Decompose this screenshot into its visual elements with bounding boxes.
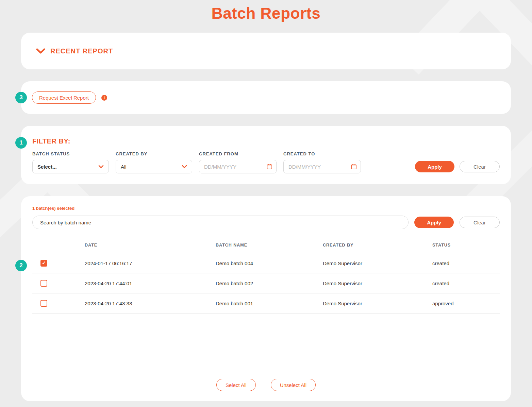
row-created-by: Demo Supervisor xyxy=(323,273,432,293)
row-date: 2024-01-17 06:16:17 xyxy=(85,253,216,273)
row-status: approved xyxy=(432,293,500,313)
select-all-button[interactable]: Select All xyxy=(216,379,256,391)
created-to-input[interactable] xyxy=(288,164,351,170)
row-date: 2023-04-20 17:44:01 xyxy=(85,273,216,293)
created-by-value: All xyxy=(121,164,127,170)
search-apply-button[interactable]: Apply xyxy=(414,217,454,228)
created-to-input-box xyxy=(283,160,361,173)
date-column-header: DATE xyxy=(85,238,216,253)
batch-list-card: 2 1 batch(es) selected Apply Clear DATE … xyxy=(21,196,511,401)
batch-status-label: BATCH STATUS xyxy=(32,151,109,156)
filter-actions: Apply Clear xyxy=(415,161,500,173)
bottom-actions: Select All Unselect All xyxy=(32,379,500,391)
row-created-by: Demo Supervisor xyxy=(323,293,432,313)
recent-report-toggle[interactable]: RECENT REPORT xyxy=(36,47,113,55)
chevron-down-icon xyxy=(182,165,187,168)
chevron-down-icon xyxy=(36,48,45,54)
batch-name-column-header: BATCH NAME xyxy=(216,238,323,253)
status-column-header: STATUS xyxy=(432,238,500,253)
created-from-label: CREATED FROM xyxy=(199,151,277,156)
info-icon[interactable]: i xyxy=(101,95,107,101)
chevron-down-icon xyxy=(98,165,104,168)
annotation-badge-1: 1 xyxy=(15,137,27,149)
batch-status-select[interactable]: Select... xyxy=(32,160,109,173)
filter-clear-button[interactable]: Clear xyxy=(460,161,500,172)
row-status: created xyxy=(432,253,500,273)
unselect-all-button[interactable]: Unselect All xyxy=(271,379,316,391)
recent-report-label: RECENT REPORT xyxy=(50,47,113,55)
annotation-badge-3: 3 xyxy=(15,92,27,103)
page-title: Batch Reports xyxy=(0,4,532,22)
request-excel-report-button[interactable]: Request Excel Report xyxy=(32,91,96,104)
filter-apply-button[interactable]: Apply xyxy=(415,161,454,172)
created-by-select[interactable]: All xyxy=(116,160,192,173)
batch-table: DATE BATCH NAME CREATED BY STATUS 2024-0… xyxy=(32,238,500,313)
created-from-field: CREATED FROM xyxy=(199,151,277,173)
row-batch-name: Demo batch 001 xyxy=(216,293,323,313)
annotation-badge-2: 2 xyxy=(15,260,27,271)
row-batch-name: Demo batch 004 xyxy=(216,253,323,273)
search-clear-button[interactable]: Clear xyxy=(460,217,500,228)
table-row: 2023-04-20 17:43:33 Demo batch 001 Demo … xyxy=(32,293,500,313)
search-row: Apply Clear xyxy=(32,216,500,229)
table-row: 2023-04-20 17:44:01 Demo batch 002 Demo … xyxy=(32,273,500,293)
checkbox-column-header xyxy=(32,238,85,253)
batch-status-value: Select... xyxy=(37,164,57,170)
main-container: RECENT REPORT 3 Request Excel Report i 1… xyxy=(21,33,511,401)
filter-card: 1 FILTER BY: BATCH STATUS Select... CREA… xyxy=(21,126,511,184)
row-created-by: Demo Supervisor xyxy=(323,253,432,273)
filter-row: BATCH STATUS Select... CREATED BY All xyxy=(32,151,500,173)
created-by-field: CREATED BY All xyxy=(116,151,192,173)
created-by-label: CREATED BY xyxy=(116,151,192,156)
calendar-icon[interactable] xyxy=(351,164,357,170)
search-input[interactable] xyxy=(32,216,409,229)
table-row: 2024-01-17 06:16:17 Demo batch 004 Demo … xyxy=(32,253,500,273)
created-to-field: CREATED TO xyxy=(283,151,361,173)
row-checkbox[interactable] xyxy=(40,280,47,287)
created-from-input[interactable] xyxy=(203,164,267,170)
created-by-column-header: CREATED BY xyxy=(323,238,432,253)
recent-report-card: RECENT REPORT xyxy=(21,33,511,69)
table-header-row: DATE BATCH NAME CREATED BY STATUS xyxy=(32,238,500,253)
row-status: created xyxy=(432,273,500,293)
created-to-label: CREATED TO xyxy=(283,151,361,156)
row-checkbox[interactable] xyxy=(40,300,47,307)
excel-report-card: 3 Request Excel Report i xyxy=(21,81,511,114)
selected-count: 1 batch(es) selected xyxy=(32,206,500,211)
batch-status-field: BATCH STATUS Select... xyxy=(32,151,109,173)
row-batch-name: Demo batch 002 xyxy=(216,273,323,293)
row-checkbox[interactable] xyxy=(40,260,47,267)
calendar-icon[interactable] xyxy=(267,164,272,170)
filter-title: FILTER BY: xyxy=(32,137,500,145)
row-date: 2023-04-20 17:43:33 xyxy=(85,293,216,313)
created-from-input-box xyxy=(199,160,277,173)
